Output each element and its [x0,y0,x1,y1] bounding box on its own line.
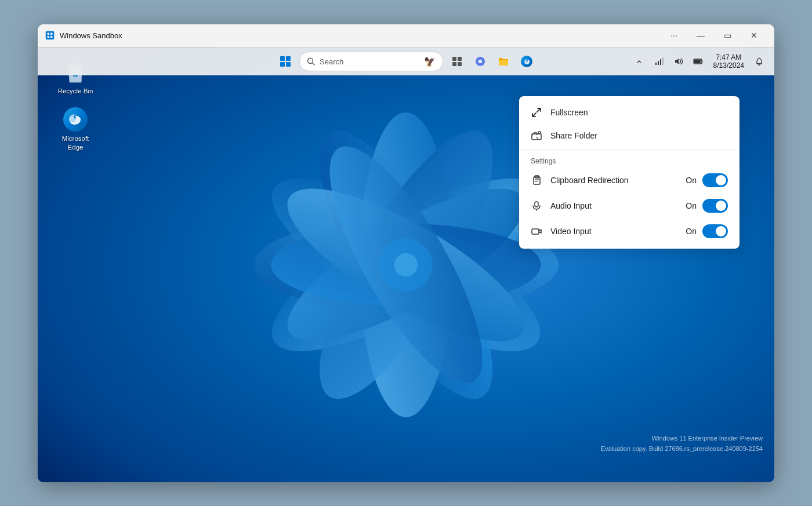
network-icon[interactable] [651,53,667,70]
start-button[interactable] [275,51,296,72]
audio-toggle-right: On [686,199,728,213]
window-title: Windows Sandbox [60,31,661,40]
video-toggle-right: On [686,224,728,238]
network-status-icon [654,57,664,66]
svg-rect-2 [50,33,53,35]
watermark-line1: Windows 11 Enterprise Insider Preview [601,434,763,444]
edge-icon-circle [63,107,88,132]
watermark: Windows 11 Enterprise Insider Preview Ev… [601,434,763,454]
clipboard-icon [531,174,542,186]
copilot-search-icon: 🦅 [424,56,436,67]
maximize-button[interactable]: ▭ [714,24,741,48]
menu-divider [519,150,740,150]
video-state-label: On [686,227,697,236]
dropdown-menu: Fullscreen Share Folder Settings [519,96,740,249]
clock[interactable]: 7:47 AM 8/13/2024 [710,52,748,71]
clipboard-redirection-item[interactable]: Clipboard Redirection On [519,168,740,193]
svg-rect-30 [532,229,539,234]
notification-button[interactable] [751,53,767,70]
close-icon: ✕ [751,31,757,40]
svg-rect-0 [46,31,54,39]
audio-input-label: Audio Input [550,201,677,210]
watermark-line2: Evaluation copy. Build 27686.rs_prerelea… [601,444,763,454]
share-folder-menu-item[interactable]: Share Folder [519,124,740,147]
svg-point-19 [394,253,418,276]
video-input-label: Video Input [550,227,677,236]
chevron-up-icon [636,59,642,64]
taskbar-right: 7:47 AM 8/13/2024 [631,52,767,71]
svg-rect-42 [660,59,661,65]
svg-rect-43 [662,57,664,65]
volume-icon [674,57,683,66]
audio-state-label: On [686,201,697,210]
svg-rect-45 [694,60,701,63]
clock-time: 7:47 AM [713,53,744,61]
search-bar-text: Search [320,57,343,66]
task-view-button[interactable] [447,51,467,72]
search-bar[interactable]: Search 🦅 [299,52,443,71]
volume-button[interactable] [670,53,687,70]
battery-button[interactable] [690,53,706,70]
file-explorer-button[interactable] [493,51,514,72]
fullscreen-label: Fullscreen [550,108,728,117]
dots-icon: ··· [670,31,677,40]
taskbar: Search 🦅 [38,48,774,75]
recycle-bin-label: Recycle Bin [58,87,93,96]
microsoft-edge-image [63,107,88,132]
sandbox-window: Windows Sandbox ··· — ▭ ✕ [38,24,774,482]
video-input-item[interactable]: Video Input On [519,219,740,244]
clipboard-state-label: On [686,176,697,185]
fullscreen-icon [531,107,542,118]
clipboard-redirection-label: Clipboard Redirection [550,176,677,185]
clock-date: 8/13/2024 [713,61,744,70]
svg-rect-35 [452,62,456,66]
audio-input-item[interactable]: Audio Input On [519,193,740,219]
svg-rect-34 [458,57,462,61]
edge-taskbar-icon [521,56,532,67]
audio-toggle[interactable] [702,199,728,213]
edge-taskbar-button[interactable] [516,51,537,72]
svg-rect-36 [458,62,462,66]
microphone-icon [531,200,542,212]
clipboard-toggle[interactable] [702,173,728,187]
svg-rect-41 [658,61,659,65]
maximize-icon: ▭ [724,31,731,40]
svg-line-32 [313,63,315,65]
svg-rect-3 [48,36,50,38]
task-view-icon [452,56,462,67]
microsoft-edge-icon[interactable]: Microsoft Edge [55,107,96,152]
close-button[interactable]: ✕ [741,24,767,48]
title-bar: Windows Sandbox ··· — ▭ ✕ [38,24,774,48]
svg-rect-1 [48,33,50,35]
clipboard-toggle-right: On [686,173,728,187]
settings-header: Settings [519,152,740,168]
svg-rect-39 [499,60,508,65]
svg-point-24 [538,132,541,134]
minimize-button[interactable]: — [687,24,714,48]
share-folder-icon [531,130,542,141]
more-options-button[interactable]: ··· [661,24,687,48]
microsoft-edge-label: Microsoft Edge [55,134,96,152]
battery-icon [693,58,704,65]
svg-rect-40 [655,63,657,65]
taskbar-center: Search 🦅 [275,51,537,72]
copilot-icon [474,56,486,67]
svg-rect-33 [452,57,456,61]
file-explorer-icon [498,56,509,67]
svg-rect-29 [535,202,538,207]
minimize-icon: — [697,31,705,40]
sandbox-logo-icon [45,30,55,41]
desktop: ♻ Recycle Bin Microsoft Edge [38,48,774,482]
share-folder-label: Share Folder [550,131,728,140]
notification-icon [755,57,764,66]
video-toggle[interactable] [702,224,728,238]
tray-chevron-button[interactable] [631,53,647,70]
search-icon [307,57,315,65]
camera-icon [531,225,542,237]
copilot-button[interactable] [470,51,491,72]
fullscreen-menu-item[interactable]: Fullscreen [519,101,740,124]
title-bar-controls: ··· — ▭ ✕ [661,24,767,48]
svg-rect-4 [50,36,53,38]
windows-logo-icon [280,56,291,67]
